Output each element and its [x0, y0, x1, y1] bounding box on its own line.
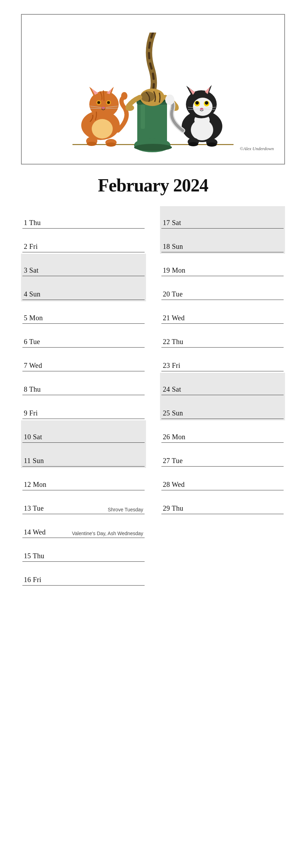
day-row: 14 WedValentine's Day, Ash Wednesday — [21, 516, 146, 539]
cat-illustration — [22, 27, 284, 160]
svg-point-20 — [87, 142, 97, 146]
svg-point-21 — [106, 142, 116, 147]
svg-point-12 — [102, 107, 105, 109]
illustration-caption: Puss In Boot — [22, 164, 284, 164]
day-label: 19 Mon — [163, 266, 186, 274]
day-row: 25 Sun — [160, 397, 285, 420]
day-label: 28 Wed — [163, 481, 185, 489]
day-row: 19 Mon — [160, 254, 285, 278]
day-label: 25 Sun — [163, 409, 183, 417]
day-row: 22 Thu — [160, 325, 285, 349]
day-label: 2 Fri — [24, 243, 38, 251]
svg-point-27 — [134, 144, 172, 151]
day-label: 5 Mon — [24, 314, 43, 322]
day-label: 6 Tue — [24, 338, 40, 346]
day-label: 1 Thu — [24, 219, 41, 227]
svg-point-9 — [97, 101, 100, 104]
day-label: 20 Tue — [163, 290, 183, 298]
day-label: 12 Mon — [24, 481, 47, 489]
day-row: 17 Sat — [160, 206, 285, 230]
day-row: 16 Fri — [21, 563, 146, 587]
day-label: 3 Sat — [24, 266, 39, 274]
day-label: 9 Fri — [24, 409, 38, 417]
day-row: 29 Thu — [160, 492, 285, 516]
svg-point-45 — [205, 101, 208, 105]
day-row: 21 Wed — [160, 301, 285, 325]
left-column: 1 Thu2 Fri3 Sat4 Sun5 Mon6 Tue7 Wed8 Thu… — [21, 206, 146, 587]
day-row: 8 Thu — [21, 373, 146, 397]
svg-rect-24 — [141, 104, 145, 129]
svg-point-54 — [207, 142, 217, 147]
svg-point-17 — [121, 92, 127, 100]
right-column: 17 Sat18 Sun19 Mon20 Tue21 Wed22 Thu23 F… — [160, 206, 285, 587]
day-note: Valentine's Day, Ash Wednesday — [72, 531, 143, 536]
day-label: 22 Thu — [163, 338, 183, 346]
svg-point-43 — [195, 101, 199, 105]
day-label: 17 Sat — [163, 219, 181, 227]
day-row: 10 Sat — [21, 420, 146, 444]
page: ©Alex Underdown Puss In Boot February 20… — [0, 0, 306, 608]
svg-point-11 — [107, 101, 110, 104]
svg-point-55 — [165, 94, 174, 105]
day-row: 18 Sun — [160, 230, 285, 254]
day-row: 11 Sun — [21, 444, 146, 468]
day-label: 27 Tue — [163, 457, 183, 465]
day-row: 6 Tue — [21, 325, 146, 349]
day-row: 23 Fri — [160, 349, 285, 373]
day-row: 15 Thu — [21, 539, 146, 563]
day-row: 13 TueShrove Tuesday — [21, 492, 146, 516]
month-title: February 2024 — [21, 175, 285, 196]
copyright-text: ©Alex Underdown — [240, 146, 274, 152]
day-row: 26 Mon — [160, 420, 285, 444]
day-label: 21 Wed — [163, 314, 185, 322]
day-label: 10 Sat — [24, 433, 42, 441]
calendar-grid: 1 Thu2 Fri3 Sat4 Sun5 Mon6 Tue7 Wed8 Thu… — [21, 206, 285, 587]
day-label: 23 Fri — [163, 362, 180, 370]
day-row: 12 Mon — [21, 468, 146, 492]
day-label: 18 Sun — [163, 243, 183, 251]
day-label: 8 Thu — [24, 385, 41, 393]
day-row: 20 Tue — [160, 278, 285, 301]
day-label: 15 Thu — [24, 552, 44, 560]
day-label: 14 Wed — [24, 528, 46, 536]
day-row: 28 Wed — [160, 468, 285, 492]
day-label: 26 Mon — [163, 433, 186, 441]
day-row: 7 Wed — [21, 349, 146, 373]
illustration-box: ©Alex Underdown Puss In Boot — [21, 14, 285, 164]
day-row: 4 Sun — [21, 278, 146, 301]
svg-point-46 — [200, 108, 203, 110]
day-label: 24 Sat — [163, 385, 181, 393]
day-label: 11 Sun — [24, 457, 44, 465]
day-row: 1 Thu — [21, 206, 146, 230]
day-row: 5 Mon — [21, 301, 146, 325]
day-label: 4 Sun — [24, 290, 41, 298]
day-label: 16 Fri — [24, 576, 41, 584]
day-label: 7 Wed — [24, 362, 42, 370]
svg-point-31 — [126, 105, 134, 111]
day-row: 2 Fri — [21, 230, 146, 254]
svg-point-2 — [92, 119, 113, 139]
svg-point-37 — [193, 98, 213, 116]
day-label: 13 Tue — [24, 504, 44, 512]
day-note: Shrove Tuesday — [108, 507, 143, 512]
svg-point-53 — [188, 142, 198, 146]
day-row: 9 Fri — [21, 397, 146, 420]
day-row: 3 Sat — [21, 254, 146, 278]
day-label: 29 Thu — [163, 504, 183, 512]
day-row: 24 Sat — [160, 373, 285, 397]
day-row: 27 Tue — [160, 444, 285, 468]
svg-point-30 — [141, 91, 155, 102]
